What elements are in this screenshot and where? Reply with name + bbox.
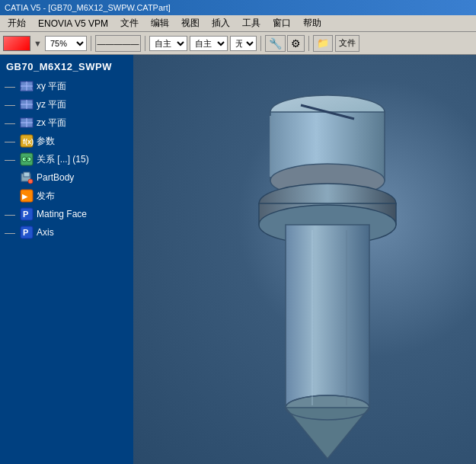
menu-tools[interactable]: 工具	[238, 15, 265, 31]
tree-item-body[interactable]: — PartBody	[0, 168, 133, 187]
rel-icon	[20, 152, 34, 166]
tree-label-mating: Mating Face	[37, 209, 87, 219]
toolbar-folder[interactable]: 📁	[313, 35, 333, 52]
mating-icon: P	[20, 207, 34, 221]
toolbar-file-label[interactable]: 文件	[335, 35, 359, 52]
plane-icon-zx	[20, 116, 34, 130]
tree-title: GB70_M6X12_SWPW	[0, 58, 133, 77]
toolbar-icon-2[interactable]: ⚙	[287, 35, 305, 52]
view-dropdown-1[interactable]: 自主	[149, 36, 187, 51]
tree-item-xy[interactable]: — xy 平面	[0, 77, 133, 95]
svg-text:P: P	[23, 210, 28, 219]
viewport-background	[133, 55, 476, 464]
zoom-dropdown[interactable]: 75% 50% 100%	[45, 36, 87, 51]
tree-item-axis[interactable]: — P Axis	[0, 223, 133, 242]
tree-label-rel: 关系 [...] (15)	[37, 153, 89, 166]
publish-icon: ▶	[20, 189, 34, 203]
toolbar-icon-1[interactable]: 🔧	[265, 35, 286, 52]
svg-marker-33	[286, 408, 369, 459]
param-icon: f(x)	[20, 134, 34, 148]
menu-file[interactable]: 文件	[116, 15, 143, 31]
menu-insert[interactable]: 插入	[207, 15, 235, 31]
svg-rect-31	[286, 225, 369, 408]
color-picker[interactable]	[3, 36, 30, 51]
main-area: GB70_M6X12_SWPW — xy 平面 —	[0, 55, 476, 464]
plane-icon-xy	[20, 79, 34, 93]
menu-bar: 开始 ENOVIA V5 VPM 文件 编辑 视图 插入 工具 窗口 帮助	[0, 15, 476, 32]
tree-item-param[interactable]: — f(x) 参数	[0, 132, 133, 150]
tree-item-publish[interactable]: — ▶ 发布	[0, 187, 133, 205]
bolt-3d-model	[194, 70, 446, 464]
svg-text:▶: ▶	[22, 193, 28, 200]
tree-label-xy: xy 平面	[37, 80, 66, 93]
svg-text:f(x): f(x)	[23, 138, 34, 146]
title-bar: CATIA V5 - [GB70_M6X12_SWPW.CATPart]	[0, 0, 476, 15]
title-text: CATIA V5 - [GB70_M6X12_SWPW.CATPart]	[5, 3, 171, 12]
tree-item-mating[interactable]: — P Mating Face	[0, 205, 133, 223]
tree-item-zx[interactable]: — zx 平面	[0, 114, 133, 132]
menu-window[interactable]: 窗口	[268, 15, 296, 31]
view-dropdown-2[interactable]: 自主	[190, 36, 228, 51]
toolbar-sep-2	[145, 36, 145, 51]
tree-label-zx: zx 平面	[37, 117, 66, 130]
plane-icon-yz	[20, 98, 34, 111]
toolbar-line-btn[interactable]: —————	[95, 35, 141, 52]
tree-item-yz[interactable]: — yz 平面	[0, 95, 133, 114]
tree-label-yz: yz 平面	[37, 98, 66, 111]
body-icon	[20, 171, 34, 184]
viewport[interactable]	[133, 55, 476, 464]
axis-icon: P	[20, 226, 34, 239]
tree-item-rel[interactable]: — 关系 [...] (15)	[0, 150, 133, 168]
svg-text:P: P	[23, 228, 28, 237]
menu-start[interactable]: 开始	[3, 15, 30, 31]
toolbar-icons: 🔧 ⚙	[265, 35, 305, 52]
toolbar-sep-4	[308, 36, 309, 51]
menu-edit[interactable]: 编辑	[146, 15, 174, 31]
svg-point-18	[28, 179, 33, 184]
menu-help[interactable]: 帮助	[299, 15, 326, 31]
tree-panel: GB70_M6X12_SWPW — xy 平面 —	[0, 55, 133, 464]
menu-enovia[interactable]: ENOVIA V5 VPM	[34, 17, 113, 30]
tree-label-param: 参数	[37, 135, 55, 148]
view-dropdown-3[interactable]: 无	[230, 36, 257, 51]
svg-rect-17	[24, 172, 30, 177]
toolbar-sep-1	[91, 36, 91, 51]
tree-label-axis: Axis	[37, 227, 54, 238]
toolbar-sep-3	[260, 36, 261, 51]
menu-view[interactable]: 视图	[177, 15, 204, 31]
tree-label-body: PartBody	[37, 172, 74, 183]
tree-label-publish: 发布	[37, 190, 55, 203]
toolbar: ▼ 75% 50% 100% ————— 自主 自主 无 🔧 ⚙ 📁 文件	[0, 32, 476, 55]
